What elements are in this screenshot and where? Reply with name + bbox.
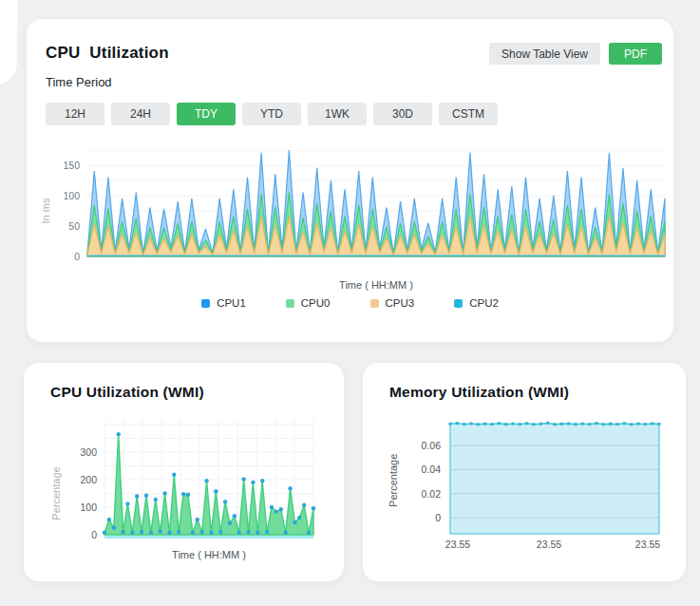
- legend-item-cpu0[interactable]: CPU0: [286, 297, 331, 309]
- legend-label-cpu3: CPU3: [386, 297, 415, 309]
- cpu3-color-chip: [370, 299, 379, 308]
- svg-text:In ms: In ms: [40, 198, 51, 223]
- memory-card-title: Memory Utilization (WMI): [389, 384, 569, 401]
- legend-item-cpu1[interactable]: CPU1: [201, 297, 246, 309]
- background-corner-shape: [0, 0, 17, 85]
- legend-label-cpu0: CPU0: [301, 297, 331, 309]
- time-period-selector: 12H 24H TDY YTD 1WK 30D CSTM: [46, 103, 498, 125]
- show-table-view-button[interactable]: Show Table View: [489, 43, 600, 65]
- wmi-card-title: CPU Utilization (WMI): [50, 384, 204, 401]
- legend-item-cpu2[interactable]: CPU2: [454, 297, 499, 309]
- svg-text:100: 100: [80, 502, 97, 513]
- svg-text:Percentage: Percentage: [388, 454, 399, 507]
- memory-utilization-wmi-card: Memory Utilization (WMI) 00.020.040.06Pe…: [363, 363, 686, 581]
- svg-text:150: 150: [63, 160, 80, 171]
- time-period-30d-button[interactable]: 30D: [373, 103, 432, 125]
- cpu1-color-chip: [201, 299, 210, 308]
- svg-text:23.55: 23.55: [537, 539, 561, 550]
- svg-text:0.02: 0.02: [422, 488, 442, 500]
- main-chart-legend: CPU1 CPU0 CPU3 CPU2: [27, 297, 673, 309]
- time-period-24h-button[interactable]: 24H: [111, 103, 170, 125]
- cpu-utilization-card: CPU Utilization Show Table View PDF Time…: [27, 19, 673, 342]
- svg-text:23.55: 23.55: [635, 539, 660, 550]
- time-period-label: Time Period: [46, 75, 112, 89]
- header-actions: Show Table View PDF: [489, 43, 662, 65]
- time-period-tdy-button[interactable]: TDY: [177, 103, 236, 125]
- svg-text:Percentage: Percentage: [50, 466, 62, 520]
- cpu-utilization-stacked-area-chart: 050100150In ms: [38, 150, 674, 275]
- svg-text:300: 300: [80, 446, 97, 458]
- legend-label-cpu1: CPU1: [217, 297, 246, 309]
- svg-text:0: 0: [91, 529, 97, 540]
- time-period-cstm-button[interactable]: CSTM: [439, 103, 498, 125]
- svg-text:100: 100: [63, 190, 80, 201]
- svg-text:0.04: 0.04: [422, 464, 442, 475]
- legend-label-cpu2: CPU2: [469, 297, 499, 309]
- svg-text:0: 0: [74, 251, 80, 262]
- svg-text:Time ( HH:MM ): Time ( HH:MM ): [172, 549, 246, 560]
- dashboard-page: { "top_card": { "title": "CPU Utilizatio…: [0, 0, 700, 606]
- cpu-utilization-wmi-card: CPU Utilization (WMI) 0100200300Percenta…: [24, 363, 344, 581]
- memory-utilization-wmi-area-chart: 00.020.040.06Percentage23.5523.5523.55: [369, 407, 682, 554]
- pdf-export-button[interactable]: PDF: [609, 43, 662, 65]
- cpu2-color-chip: [454, 299, 463, 308]
- svg-text:50: 50: [68, 220, 80, 232]
- svg-text:200: 200: [80, 474, 97, 485]
- cpu-utilization-wmi-area-chart: 0100200300PercentageTime ( HH:MM ): [43, 408, 337, 565]
- cpu0-color-chip: [286, 299, 294, 308]
- page-title: CPU Utilization: [46, 44, 169, 63]
- svg-text:0.06: 0.06: [422, 440, 442, 451]
- time-period-1wk-button[interactable]: 1WK: [308, 103, 367, 125]
- time-period-12h-button[interactable]: 12H: [46, 103, 104, 125]
- time-period-ytd-button[interactable]: YTD: [242, 103, 301, 125]
- main-chart-x-axis-label: Time ( HH:MM ): [87, 279, 665, 291]
- svg-text:23.55: 23.55: [445, 539, 470, 550]
- svg-text:0: 0: [435, 512, 441, 523]
- legend-item-cpu3[interactable]: CPU3: [370, 297, 415, 309]
